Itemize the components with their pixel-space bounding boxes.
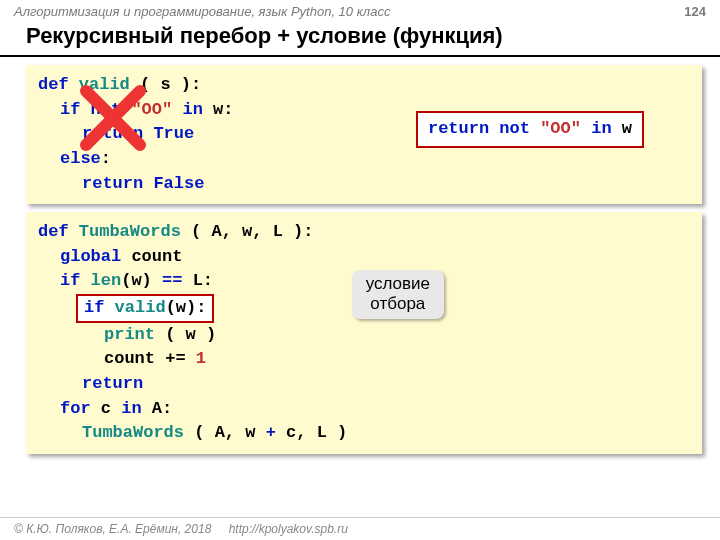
highlight-valid-call: if valid(w): (76, 294, 214, 323)
code-line: def TumbaWords ( A, w, L ): (38, 220, 690, 245)
page-number: 124 (684, 4, 706, 19)
code-line: for c in A: (38, 397, 690, 422)
copyright: © К.Ю. Поляков, Е.А. Ерёмин, 2018 (14, 522, 211, 536)
slide-header: Алгоритмизация и программирование, язык … (0, 0, 720, 21)
callout-selection-condition: условие отбора (352, 270, 444, 319)
code-line: def valid ( s ): (38, 73, 690, 98)
slide-footer: © К.Ю. Поляков, Е.А. Ерёмин, 2018 http:/… (0, 517, 720, 540)
code-block-tumbawords: def TumbaWords ( A, w, L ): global count… (26, 212, 702, 454)
code-block-valid: def valid ( s ): if not "ОО" in w: retur… (26, 65, 702, 204)
code-line: return (38, 372, 690, 397)
code-line: return False (38, 172, 690, 197)
code-line: else: (38, 147, 690, 172)
code-line: TumbaWords ( A, w + c, L ) (38, 421, 690, 446)
note-line: условие (366, 274, 430, 294)
slide-title: Рекурсивный перебор + условие (функция) (0, 21, 720, 57)
course-name: Алгоритмизация и программирование, язык … (14, 4, 390, 19)
note-line: отбора (366, 294, 430, 314)
footer-url: http://kpolyakov.spb.ru (229, 522, 348, 536)
callout-simplified-return: return not "ОО" in w (416, 111, 644, 148)
code-line: global count (38, 245, 690, 270)
code-line: count += 1 (38, 347, 690, 372)
code-line: print ( w ) (38, 323, 690, 348)
